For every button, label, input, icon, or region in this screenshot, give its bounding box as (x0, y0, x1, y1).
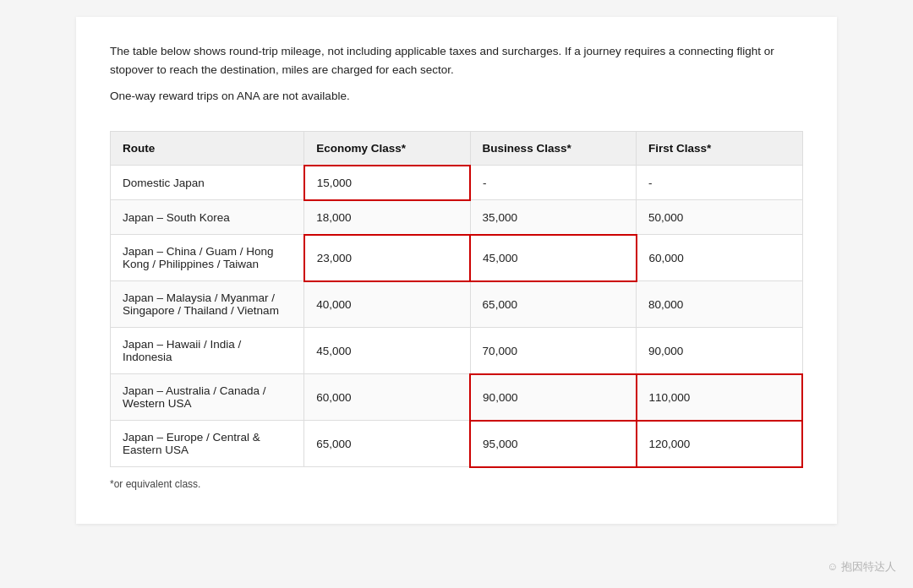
cell-economy: 60,000 (304, 374, 470, 421)
table-row: Japan – Europe / Central & Eastern USA65… (111, 421, 803, 467)
cell-economy: 40,000 (304, 281, 470, 328)
intro-paragraph-2: One-way reward trips on ANA are not avai… (110, 87, 803, 106)
cell-route: Japan – South Korea (111, 200, 304, 235)
header-business: Business Class* (470, 131, 636, 166)
mileage-table: Route Economy Class* Business Class* Fir… (110, 131, 803, 468)
intro-paragraph-1: The table below shows round-trip mileage… (110, 42, 803, 79)
cell-first: 90,000 (637, 328, 802, 374)
table-row: Japan – South Korea18,00035,00050,000 (111, 200, 803, 235)
cell-business: 70,000 (470, 328, 636, 374)
table-row: Japan – Malaysia / Myanmar / Singapore /… (111, 281, 803, 328)
cell-business: - (470, 166, 636, 200)
table-header-row: Route Economy Class* Business Class* Fir… (111, 131, 803, 166)
table-row: Japan – Hawaii / India / Indonesia45,000… (111, 328, 803, 374)
cell-economy: 45,000 (304, 328, 470, 374)
cell-business: 65,000 (470, 281, 636, 328)
cell-first: 80,000 (637, 281, 802, 328)
header-first: First Class* (637, 131, 802, 166)
watermark: ☺ 抱因特达人 (827, 559, 896, 574)
cell-economy: 23,000 (304, 235, 470, 281)
cell-business: 90,000 (470, 374, 636, 421)
cell-first: 120,000 (637, 421, 802, 467)
cell-first: - (637, 166, 802, 200)
table-row: Japan – China / Guam / Hong Kong / Phili… (111, 235, 803, 281)
cell-first: 60,000 (637, 235, 802, 281)
cell-business: 45,000 (470, 235, 636, 281)
table-footnote: *or equivalent class. (110, 478, 803, 490)
cell-economy: 18,000 (304, 200, 470, 235)
cell-business: 95,000 (470, 421, 636, 467)
header-economy: Economy Class* (304, 131, 470, 166)
cell-first: 50,000 (637, 200, 802, 235)
header-route: Route (111, 131, 304, 166)
table-row: Domestic Japan15,000-- (111, 166, 803, 200)
cell-business: 35,000 (470, 200, 636, 235)
table-row: Japan – Australia / Canada / Western USA… (111, 374, 803, 421)
cell-route: Japan – China / Guam / Hong Kong / Phili… (111, 235, 304, 281)
cell-route: Japan – Malaysia / Myanmar / Singapore /… (111, 281, 304, 328)
cell-economy: 65,000 (304, 421, 470, 467)
cell-route: Japan – Europe / Central & Eastern USA (111, 421, 304, 467)
cell-route: Japan – Hawaii / India / Indonesia (111, 328, 304, 374)
cell-route: Japan – Australia / Canada / Western USA (111, 374, 304, 421)
cell-economy: 15,000 (304, 166, 470, 200)
cell-route: Domestic Japan (111, 166, 304, 200)
cell-first: 110,000 (637, 374, 802, 421)
page-container: The table below shows round-trip mileage… (76, 17, 837, 524)
